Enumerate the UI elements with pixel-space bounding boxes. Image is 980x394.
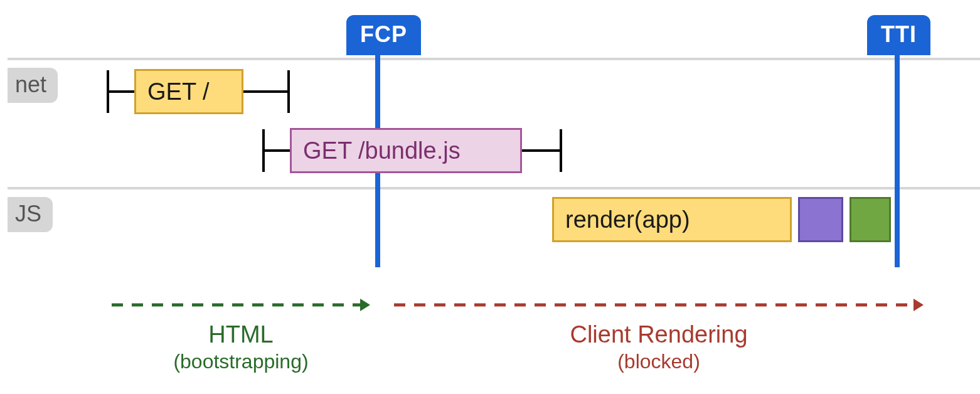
phase-html-sub: (bootstrapping) <box>112 350 370 373</box>
task-get-root-text: GET / <box>147 78 210 105</box>
lane-label-net-text: net <box>15 72 46 97</box>
lane-label-js-text: JS <box>15 201 41 226</box>
phase-html-label: HTML <box>112 321 370 348</box>
marker-tti: TTI <box>867 15 930 55</box>
lane-rule-js <box>8 187 980 189</box>
marker-tti-label: TTI <box>881 21 917 47</box>
task-render-app: render(app) <box>552 197 792 242</box>
get-bundle-tail-line <box>522 149 561 152</box>
task-green-block <box>850 197 891 242</box>
get-root-tail-line <box>243 90 289 93</box>
phase-arrow-client <box>394 296 924 314</box>
task-purple-block <box>798 197 843 242</box>
lane-rule-net <box>8 58 980 60</box>
phase-html-sub-text: (bootstrapping) <box>173 350 308 373</box>
get-bundle-tail-tick <box>560 129 562 172</box>
lane-label-js: JS <box>8 197 53 232</box>
phase-client-sub-text: (blocked) <box>617 350 700 373</box>
phase-client-label-text: Client Rendering <box>570 321 747 348</box>
marker-line-tti <box>895 53 900 267</box>
diagram-stage: net JS FCP TTI GET / GET /bundle.js rend… <box>0 0 980 394</box>
phase-client-sub: (blocked) <box>394 350 924 373</box>
task-get-root: GET / <box>134 69 243 114</box>
lane-label-net: net <box>8 68 58 103</box>
marker-fcp: FCP <box>346 15 421 55</box>
get-root-lead-line <box>107 90 134 93</box>
svg-marker-1 <box>360 299 370 311</box>
marker-fcp-label: FCP <box>360 21 407 47</box>
task-render-app-text: render(app) <box>565 206 690 233</box>
get-bundle-lead-line <box>262 149 290 152</box>
phase-client-label: Client Rendering <box>394 321 924 348</box>
get-root-tail-tick <box>287 70 290 113</box>
phase-arrow-html <box>112 296 370 314</box>
task-get-bundle: GET /bundle.js <box>290 128 522 173</box>
phase-html-label-text: HTML <box>208 321 273 348</box>
task-get-bundle-text: GET /bundle.js <box>303 137 461 164</box>
svg-marker-3 <box>913 299 924 311</box>
